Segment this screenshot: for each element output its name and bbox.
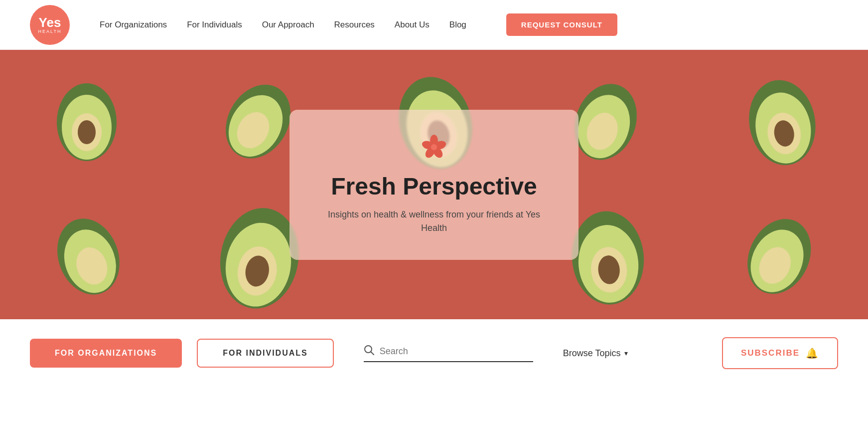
- hero-card: Fresh Perspective Insights on health & w…: [289, 110, 579, 260]
- navbar: Yes HEALTH For Organizations For Individ…: [0, 0, 868, 50]
- nav-blog[interactable]: Blog: [449, 20, 466, 30]
- nav-for-organizations[interactable]: For Organizations: [100, 20, 167, 30]
- avocado-1: [0, 50, 173, 185]
- hero-title: Fresh Perspective: [319, 173, 549, 200]
- avocado-10: [695, 185, 868, 319]
- nav-links: For Organizations For Individuals Our Ap…: [100, 13, 838, 36]
- logo-circle: Yes HEALTH: [30, 5, 70, 45]
- nav-resources[interactable]: Resources: [334, 20, 375, 30]
- search-input[interactable]: [380, 346, 533, 357]
- hero-section: Fresh Perspective Insights on health & w…: [0, 50, 868, 319]
- subscribe-label: SUBSCRIBE: [741, 348, 800, 358]
- filter-bar: FOR ORGANIZATIONS FOR INDIVIDUALS Browse…: [0, 319, 868, 387]
- search-icon: [364, 345, 375, 358]
- browse-topics-label: Browse Topics: [563, 348, 621, 359]
- nav-about-us[interactable]: About Us: [395, 20, 430, 30]
- request-consult-button[interactable]: REQUEST CONSULT: [506, 13, 617, 36]
- for-organizations-button[interactable]: FOR ORGANIZATIONS: [30, 339, 182, 368]
- for-individuals-button[interactable]: FOR INDIVIDUALS: [197, 339, 333, 368]
- logo-yes-text: Yes: [39, 16, 61, 29]
- svg-point-3: [78, 120, 96, 144]
- logo[interactable]: Yes HEALTH: [30, 5, 70, 45]
- nav-for-individuals[interactable]: For Individuals: [187, 20, 242, 30]
- nav-our-approach[interactable]: Our Approach: [262, 20, 314, 30]
- browse-topics-wrap[interactable]: Browse Topics ▾: [563, 348, 628, 359]
- subscribe-button[interactable]: SUBSCRIBE 🔔: [722, 337, 838, 369]
- chevron-down-icon: ▾: [624, 349, 628, 358]
- svg-point-37: [431, 144, 437, 150]
- bell-icon: 🔔: [806, 347, 819, 359]
- flower-icon: [319, 135, 549, 165]
- hero-subtitle: Insights on health & wellness from your …: [319, 208, 549, 235]
- avocado-6: [0, 185, 173, 319]
- search-wrap: [364, 345, 533, 362]
- avocado-5: [695, 50, 868, 185]
- logo-health-text: HEALTH: [38, 29, 62, 34]
- svg-line-39: [371, 352, 374, 355]
